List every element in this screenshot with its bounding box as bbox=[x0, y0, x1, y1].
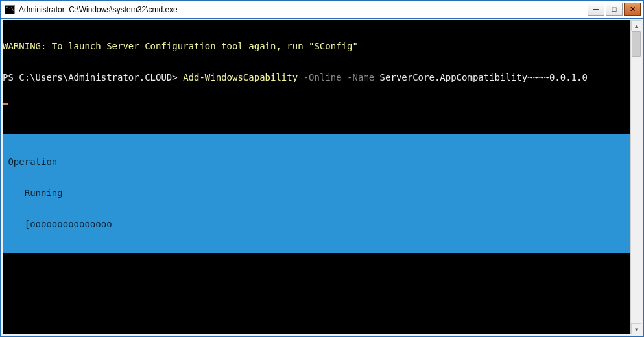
scroll-thumb[interactable] bbox=[632, 31, 641, 57]
cursor-icon bbox=[3, 103, 8, 105]
warning-text: WARNING: To launch Server Configuration … bbox=[3, 41, 358, 51]
scroll-track[interactable] bbox=[631, 31, 641, 323]
progress-status: Running bbox=[3, 188, 630, 198]
cmd-icon bbox=[5, 5, 15, 14]
scroll-up-button[interactable]: ▴ bbox=[631, 20, 641, 31]
cmd-param-online: -Online bbox=[304, 72, 347, 82]
cmd-window: Administrator: C:\Windows\system32\cmd.e… bbox=[0, 0, 644, 337]
cmdlet-name: Add-WindowsCapability bbox=[183, 72, 303, 82]
progress-label: Operation bbox=[3, 156, 630, 167]
client-area: WARNING: To launch Server Configuration … bbox=[1, 19, 643, 336]
progress-block: Operation Running [ooooooooooooooo ] bbox=[3, 134, 630, 253]
ps-prompt: PS C:\Users\Administrator.CLOUD> bbox=[3, 72, 183, 82]
window-title: Administrator: C:\Windows\system32\cmd.e… bbox=[19, 5, 588, 14]
close-button[interactable]: ✕ bbox=[624, 3, 641, 16]
cmd-param-name: -Name bbox=[347, 72, 380, 82]
progress-bar: [ooooooooooooooo ] bbox=[3, 219, 630, 229]
scroll-down-button[interactable]: ▾ bbox=[631, 323, 641, 334]
cmd-value: ServerCore.AppCompatibility~~~~0.0.1.0 bbox=[380, 72, 588, 82]
titlebar[interactable]: Administrator: C:\Windows\system32\cmd.e… bbox=[1, 1, 643, 19]
maximize-button[interactable]: □ bbox=[606, 3, 623, 16]
vertical-scrollbar[interactable]: ▴ ▾ bbox=[630, 20, 641, 334]
minimize-button[interactable]: ─ bbox=[588, 3, 604, 16]
window-controls: ─ □ ✕ bbox=[588, 1, 643, 18]
terminal[interactable]: WARNING: To launch Server Configuration … bbox=[3, 20, 630, 334]
